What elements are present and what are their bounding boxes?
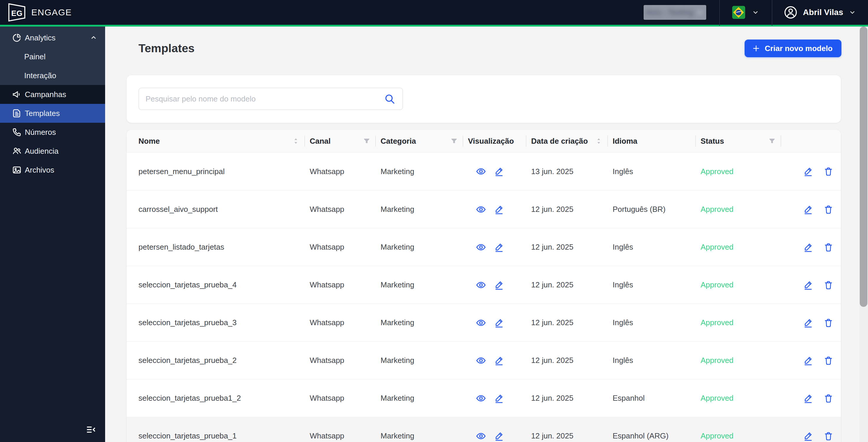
document-icon [12, 108, 22, 118]
sidebar-item-archivos[interactable]: Archivos [0, 161, 105, 179]
preview-eye-icon[interactable] [476, 204, 486, 214]
sidebar-item-interacao[interactable]: Interação [0, 66, 105, 85]
column-header-categoria: Categoria [375, 130, 463, 152]
search-icon[interactable] [384, 93, 395, 104]
template-name: seleccion_tarjetas_prueba_4 [127, 280, 304, 290]
delete-icon[interactable] [824, 318, 833, 328]
edit-template-icon[interactable] [494, 393, 504, 403]
page-title: Templates [138, 42, 194, 55]
sort-icon[interactable] [292, 137, 300, 145]
template-name: seleccion_tarjetas_prueba1_2 [127, 394, 304, 403]
edit-template-icon[interactable] [494, 280, 504, 290]
account-selector[interactable]: Aivo - Testing [644, 5, 706, 20]
sidebar-item-painel[interactable]: Painel [0, 47, 105, 66]
template-channel: Whatsapp [304, 431, 375, 441]
status-badge: Approved [695, 242, 781, 252]
delete-icon[interactable] [824, 166, 833, 176]
status-badge: Approved [695, 167, 781, 176]
table-row: seleccion_tarjetas_prueba_1 Whatsapp Mar… [127, 417, 841, 442]
sidebar-item-templates[interactable]: Templates [0, 104, 105, 123]
template-name: carrossel_aivo_support [127, 205, 304, 214]
status-badge: Approved [695, 318, 781, 327]
column-label: Data de criação [531, 137, 588, 146]
template-channel: Whatsapp [304, 167, 375, 176]
template-language: Inglês [607, 167, 695, 176]
edit-template-icon[interactable] [494, 431, 504, 441]
scrollbar-thumb[interactable] [860, 27, 867, 307]
sidebar-item-audiencia[interactable]: Audiencia [0, 142, 105, 161]
image-icon [12, 165, 22, 175]
search-input[interactable] [146, 94, 384, 104]
sort-icon[interactable] [595, 137, 602, 145]
sidebar-item-numeros[interactable]: Números [0, 123, 105, 142]
template-language: Inglês [607, 280, 695, 290]
edit-icon[interactable] [803, 280, 813, 290]
pie-chart-icon [12, 33, 22, 43]
template-created-date: 12 jun. 2025 [526, 280, 607, 290]
delete-icon[interactable] [824, 280, 833, 290]
collapse-menu-icon [85, 424, 97, 435]
delete-icon[interactable] [824, 204, 833, 214]
megaphone-icon [12, 90, 22, 99]
create-template-label: Criar novo modelo [765, 44, 833, 53]
template-language: Português (BR) [607, 205, 695, 214]
column-header-data-criacao: Data de criação [526, 130, 607, 152]
column-label: Idioma [613, 137, 638, 146]
edit-icon[interactable] [803, 204, 813, 214]
avatar-icon [783, 5, 798, 20]
edit-icon[interactable] [803, 242, 813, 252]
column-label: Nome [138, 137, 160, 146]
template-language: Espanhol [607, 394, 695, 403]
edit-template-icon[interactable] [494, 166, 504, 176]
topbar: EG ENGAGE Aivo - Testing Abril Vilas [0, 0, 868, 27]
delete-icon[interactable] [824, 355, 833, 366]
template-channel: Whatsapp [304, 242, 375, 252]
template-category: Marketing [375, 318, 463, 327]
sidebar-item-label: Campanhas [25, 90, 66, 99]
table-row: petersen_menu_principal Whatsapp Marketi… [127, 152, 841, 190]
main-content: Templates Criar novo modelo Nome Canal [105, 27, 868, 442]
edit-icon[interactable] [803, 431, 813, 441]
table-row: carrossel_aivo_support Whatsapp Marketin… [127, 190, 841, 228]
search-box [138, 88, 403, 110]
collapse-sidebar-button[interactable] [85, 423, 97, 436]
edit-template-icon[interactable] [494, 204, 504, 214]
delete-icon[interactable] [824, 242, 833, 252]
scrollbar-track [859, 27, 868, 442]
sidebar: Analytics Painel Interação Campanhas Tem… [0, 27, 105, 442]
edit-icon[interactable] [803, 355, 813, 366]
column-header-idioma: Idioma [607, 130, 695, 152]
sidebar-item-analytics[interactable]: Analytics [0, 28, 105, 47]
table-row: seleccion_tarjetas_prueba1_2 Whatsapp Ma… [127, 379, 841, 417]
preview-eye-icon[interactable] [476, 166, 486, 176]
filter-icon[interactable] [363, 137, 371, 145]
language-selector[interactable] [720, 6, 772, 19]
template-category: Marketing [375, 356, 463, 365]
template-language: Inglês [607, 356, 695, 365]
user-menu[interactable]: Abril Vilas [772, 5, 868, 20]
sidebar-item-campanhas[interactable]: Campanhas [0, 85, 105, 104]
column-label: Status [701, 137, 724, 146]
preview-eye-icon[interactable] [476, 280, 486, 290]
delete-icon[interactable] [824, 393, 833, 403]
delete-icon[interactable] [824, 431, 833, 441]
edit-template-icon[interactable] [494, 318, 504, 328]
filter-icon[interactable] [450, 137, 458, 145]
column-header-canal: Canal [304, 130, 375, 152]
create-template-button[interactable]: Criar novo modelo [745, 39, 841, 57]
preview-eye-icon[interactable] [476, 318, 486, 328]
template-language: Espanhol (ARG) [607, 431, 695, 441]
preview-eye-icon[interactable] [476, 393, 486, 403]
edit-icon[interactable] [803, 393, 813, 403]
sidebar-item-label: Archivos [25, 166, 54, 175]
template-channel: Whatsapp [304, 394, 375, 403]
preview-eye-icon[interactable] [476, 431, 486, 441]
preview-eye-icon[interactable] [476, 242, 486, 252]
preview-eye-icon[interactable] [476, 355, 486, 366]
edit-icon[interactable] [803, 318, 813, 328]
edit-icon[interactable] [803, 166, 813, 176]
edit-template-icon[interactable] [494, 242, 504, 252]
edit-template-icon[interactable] [494, 355, 504, 366]
column-label: Visualização [468, 137, 514, 146]
filter-icon[interactable] [768, 137, 776, 145]
